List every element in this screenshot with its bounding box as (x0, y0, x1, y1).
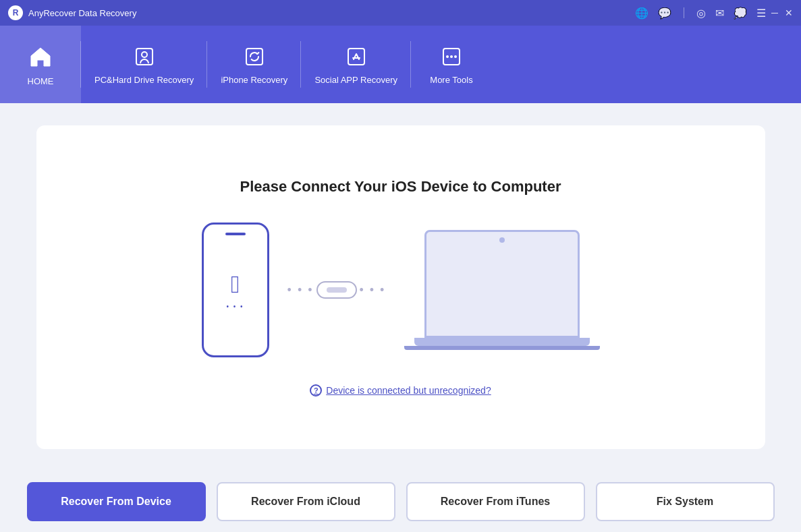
question-icon: ? (310, 384, 322, 396)
content-card: Please Connect Your iOS Device to Comput… (36, 125, 765, 449)
recover-device-button[interactable]: Recover From Device (27, 482, 206, 521)
app-title: AnyRecover Data Recovery (28, 8, 635, 18)
svg-rect-3 (348, 49, 364, 65)
nav-iphone-label: iPhone Recovery (221, 75, 287, 85)
svg-point-1 (142, 52, 147, 57)
more-icon (439, 44, 464, 69)
help-link[interactable]: ? Device is connected but unrecognized? (310, 384, 491, 396)
nav-iphone-recovery[interactable]: iPhone Recovery (207, 26, 301, 103)
appstore-icon (343, 44, 369, 69)
window-controls: ─ ✕ (771, 8, 793, 18)
nav-social-label: Social APP Recovery (314, 75, 397, 85)
menu-icon[interactable]: ☰ (756, 7, 766, 20)
close-button[interactable]: ✕ (785, 8, 793, 18)
cable-dots-left: • • • (287, 283, 314, 297)
cable-illustration: • • • • • • (269, 281, 404, 299)
globe-icon[interactable]: 🌐 (635, 7, 648, 20)
svg-point-6 (450, 55, 453, 58)
nav-pc-recovery[interactable]: PC&Hard Drive Recovery (81, 26, 207, 103)
svg-point-5 (446, 55, 449, 58)
cable-dots-right: • • • (360, 283, 386, 297)
nav-more-label: More Tools (430, 75, 472, 85)
laptop-base (414, 338, 590, 346)
titlebar-icons: 🌐 💬 ◎ ✉ 💭 ☰ (635, 7, 766, 20)
connect-title: Please Connect Your iOS Device to Comput… (240, 178, 561, 196)
titlebar: R AnyRecover Data Recovery 🌐 💬 ◎ ✉ 💭 ☰ ─… (0, 0, 801, 26)
discord-icon[interactable]: 💬 (658, 7, 671, 20)
navbar: HOME PC&Hard Drive Recovery iPhone Recov… (0, 26, 801, 103)
apple-logo-icon:  (231, 270, 240, 299)
phone-illustration:  • • • (202, 223, 269, 357)
main-content: Please Connect Your iOS Device to Comput… (0, 103, 801, 471)
titlebar-divider (684, 7, 684, 18)
cable-inner (327, 287, 347, 293)
nav-home[interactable]: HOME (0, 26, 81, 103)
app-logo: R (8, 5, 23, 20)
refresh-icon (242, 44, 267, 69)
nav-social-recovery[interactable]: Social APP Recovery (301, 26, 411, 103)
mail-icon[interactable]: ✉ (715, 7, 724, 20)
map-pin-icon (132, 44, 157, 69)
fix-system-button[interactable]: Fix System (596, 482, 775, 521)
laptop-foot (404, 346, 600, 350)
help-link-text: Device is connected but unrecognized? (326, 385, 491, 396)
usb-connector-icon (316, 281, 357, 299)
bottom-bar: Recover From Device Recover From iCloud … (0, 471, 801, 532)
chat-icon[interactable]: 💭 (734, 7, 747, 20)
connection-illustration:  • • • • • • • • • (202, 223, 600, 357)
svg-rect-2 (246, 49, 263, 65)
recover-itunes-button[interactable]: Recover From iTunes (406, 482, 585, 521)
minimize-button[interactable]: ─ (771, 8, 778, 18)
nav-pc-label: PC&Hard Drive Recovery (94, 75, 194, 85)
laptop-illustration (404, 230, 600, 350)
target-icon[interactable]: ◎ (696, 7, 706, 20)
nav-home-label: HOME (28, 76, 54, 86)
recover-icloud-button[interactable]: Recover From iCloud (217, 482, 395, 521)
laptop-screen (424, 230, 580, 338)
nav-more-tools[interactable]: More Tools (411, 26, 492, 103)
home-icon (26, 42, 55, 71)
phone-dots: • • • (226, 303, 244, 310)
svg-point-7 (454, 55, 457, 58)
